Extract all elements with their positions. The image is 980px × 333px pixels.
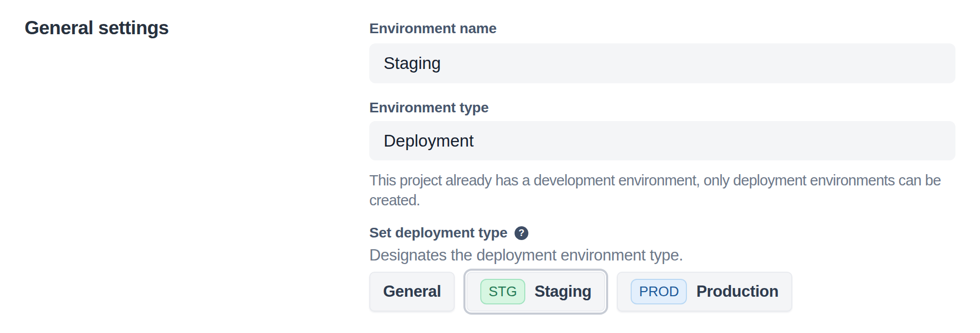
deployment-type-option-general[interactable]: General [369, 272, 455, 312]
deployment-type-option-production[interactable]: PROD Production [617, 272, 792, 312]
deployment-type-options: General STG Staging PROD Production [369, 272, 955, 312]
stg-badge: STG [480, 279, 525, 304]
environment-type-input[interactable] [369, 121, 955, 160]
prod-badge: PROD [631, 279, 687, 304]
deployment-type-label-row: Set deployment type ? [369, 225, 955, 241]
page-title: General settings [25, 17, 169, 39]
environment-name-label: Environment name [369, 20, 955, 37]
environment-name-input[interactable] [369, 43, 955, 83]
question-mark-icon[interactable]: ? [515, 226, 528, 240]
set-deployment-type-label: Set deployment type [369, 225, 507, 241]
staging-option-label: Staging [534, 282, 592, 301]
production-option-label: Production [696, 282, 778, 301]
general-option-label: General [383, 282, 441, 301]
environment-settings-form: Environment name Environment type This p… [369, 20, 955, 312]
environment-type-help-text: This project already has a development e… [369, 171, 963, 210]
environment-type-label: Environment type [369, 100, 955, 116]
deployment-type-description: Designates the deployment environment ty… [369, 246, 955, 265]
deployment-type-option-staging[interactable]: STG Staging [466, 272, 605, 312]
